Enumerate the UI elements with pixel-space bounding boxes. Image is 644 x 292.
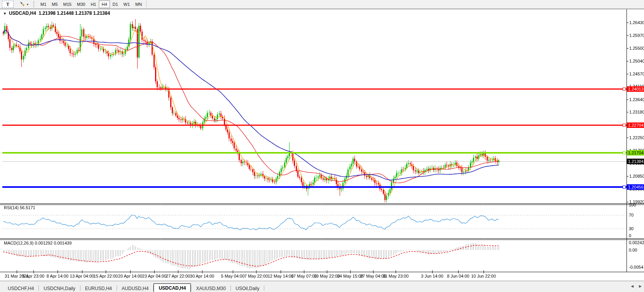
time-axis-label: 23 Apr 04:00 — [142, 274, 166, 278]
arrows-tool-button[interactable]: ▾ — [18, 1, 30, 8]
time-axis-label: 20 Apr 14:00 — [118, 274, 142, 278]
timeframe-button-m15[interactable]: M15 — [61, 0, 74, 8]
chart-tab-usdcad[interactable]: USDCAD,H4 — [154, 283, 191, 292]
price-axis-tick: 1.25500 — [629, 46, 644, 51]
current-price-label: 1.21384 — [627, 159, 644, 164]
time-axis-label: 19 May 22:00 — [314, 274, 340, 278]
toolbar-grip[interactable] — [33, 1, 36, 7]
chart-ohlc-quotes: 1.21398 1.21448 1.21378 1.21384 — [39, 10, 110, 16]
chart-tab-usdcnh[interactable]: USDCNH,Daily — [39, 284, 80, 292]
price-chart-canvas[interactable] — [0, 9, 644, 281]
chart-tab-bar: USDCHF,H4USDCNH,DailyEURUSD,H4AUDUSD,H4U… — [0, 281, 644, 292]
macd-pane-label: MACD(12,26,9) 0.001292 0.001439 — [4, 241, 72, 245]
time-axis-label: 30 Apr 14:00 — [190, 274, 214, 278]
tab-divider — [264, 285, 264, 291]
top-toolbar: T ▾ M1M5M15M30H1H4D1W1MN — [0, 0, 644, 9]
chart-tab-usdchf[interactable]: USDCHF,H4 — [3, 284, 38, 292]
timeframe-button-m5[interactable]: M5 — [49, 0, 60, 8]
timeframe-button-d1[interactable]: D1 — [110, 0, 121, 8]
resistance-line-2-price-label: 1.22704 — [627, 122, 644, 128]
chart-tab-audusd[interactable]: AUDUSD,H4 — [117, 284, 153, 292]
time-axis-label: 10 Jun 22:00 — [471, 274, 496, 278]
tab-scroll-left-icon[interactable]: ◀ — [631, 284, 634, 288]
macd-axis-tick: 0.00 — [629, 248, 637, 252]
time-axis-label: 15 Apr 22:00 — [94, 274, 118, 278]
chart-tab-usoil[interactable]: USOil,Daily — [231, 284, 264, 292]
timeframe-button-mn[interactable]: MN — [133, 0, 145, 8]
price-axis-tick: 1.23640 — [629, 97, 644, 102]
chart-title: ▼USDCAD,H4 1.21398 1.21448 1.21378 1.213… — [3, 10, 110, 16]
price-axis-tick: 1.25970 — [629, 33, 644, 38]
support-line-blue-price-label: 1.20456 — [627, 184, 644, 190]
timeframe-button-h1[interactable]: H1 — [88, 0, 99, 8]
toolbar-separator — [146, 1, 147, 8]
rsi-axis-tick: 0 — [629, 233, 631, 238]
timeframe-group: M1M5M15M30H1H4D1W1MN — [38, 0, 145, 8]
time-axis-label: 31 May 23:00 — [383, 274, 409, 278]
timeframe-button-m1[interactable]: M1 — [38, 0, 49, 8]
timeframe-button-w1[interactable]: W1 — [121, 0, 133, 8]
mt4-terminal: T ▾ M1M5M15M30H1H4D1W1MN ▼USDCAD,H4 1.21… — [0, 0, 644, 292]
time-axis-label: 27 May 04:00 — [360, 274, 386, 278]
text-tool-icon[interactable]: T — [2, 1, 14, 8]
timeframe-button-m30[interactable]: M30 — [74, 0, 88, 8]
time-axis-label: 27 Apr 22:00 — [166, 274, 190, 278]
price-axis-tick: 1.26430 — [629, 20, 644, 25]
macd-axis-tick: 0.002429 — [629, 240, 644, 245]
time-axis-label: 3 Jun 14:00 — [421, 274, 443, 278]
resistance-line-1-price-label: 1.24013 — [627, 86, 644, 92]
time-axis-label: 17 May 07:00 — [291, 274, 317, 278]
rsi-axis-tick: 100 — [629, 203, 636, 207]
chevron-down-icon: ▾ — [27, 3, 28, 6]
price-axis-tick: 1.22250 — [629, 135, 644, 140]
chart-symbol-timeframe: USDCAD,H4 — [9, 10, 36, 16]
time-axis-label: 8 Jun 04:00 — [447, 274, 469, 278]
time-axis-label: 13 Apr 04:00 — [70, 274, 94, 278]
rsi-axis-tick: 30 — [629, 226, 634, 231]
rsi-pane-label: RSI(14) 56.5171 — [4, 205, 35, 210]
time-axis-label: 8 Apr 14:00 — [47, 274, 68, 278]
price-axis-tick: 1.24570 — [629, 72, 644, 76]
price-axis-tick: 1.20850 — [629, 174, 644, 178]
chart-tab-eurusd[interactable]: EURUSD,H4 — [80, 284, 117, 292]
time-axis-label: 5 Apr 23:00 — [23, 274, 44, 278]
price-axis-tick: 1.23180 — [629, 110, 644, 114]
tab-scroll-right-icon[interactable]: ▶ — [639, 284, 642, 288]
green-level-line-price-label: 1.21704 — [627, 150, 644, 156]
time-axis-label: 7 May 22:00 — [244, 274, 268, 278]
timeframe-button-h4[interactable]: H4 — [99, 0, 110, 8]
time-axis-label: 24 May 15:00 — [337, 274, 363, 278]
collapse-triangle-icon[interactable]: ▼ — [3, 12, 7, 16]
macd-axis-tick: -0.0054 — [629, 265, 643, 269]
time-axis-label: 5 May 04:00 — [221, 274, 245, 278]
chart-tab-xauusd[interactable]: XAUUSD,M30 — [191, 284, 230, 292]
price-axis-tick: 1.25040 — [629, 59, 644, 63]
time-axis-label: 12 May 14:00 — [268, 274, 294, 278]
rsi-axis-tick: 70 — [629, 213, 634, 217]
arrows-tool-icon — [19, 1, 25, 7]
